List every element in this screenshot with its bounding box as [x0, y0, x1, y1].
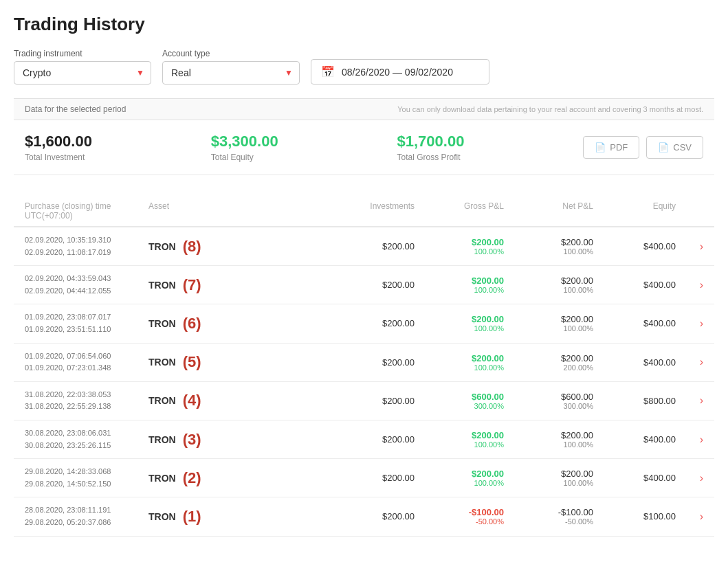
gross-pct: 100.00%: [415, 363, 504, 372]
col-header-net: Net P&L: [504, 201, 593, 221]
col-equity: $400.00: [593, 241, 676, 251]
expand-button[interactable]: ›: [676, 279, 703, 291]
col-invest: $200.00: [325, 280, 415, 290]
pdf-button-label: PDF: [610, 142, 628, 153]
col-asset-wrap: TRON (7): [148, 276, 325, 294]
table-row-inner: 30.08.2020, 23:08:06.03130.08.2020, 23:2…: [14, 420, 714, 458]
col-net: -$100.00 -50.00%: [504, 507, 593, 526]
pdf-export-button[interactable]: 📄 PDF: [583, 136, 639, 159]
col-trade-num: (6): [183, 315, 201, 333]
table-row-inner: 28.08.2020, 23:08:11.19129.08.2020, 05:2…: [14, 497, 714, 535]
col-gross: $200.00 100.00%: [415, 430, 504, 449]
col-header-expand: [676, 201, 703, 221]
col-asset: TRON: [148, 511, 176, 522]
col-gross: $600.00 300.00%: [415, 392, 504, 410]
data-period-label: Data for the selected period: [25, 104, 126, 114]
col-invest: $200.00: [325, 357, 415, 368]
expand-button[interactable]: ›: [676, 394, 703, 407]
total-equity-label: Total Equity: [211, 153, 397, 162]
gross-pct: 100.00%: [415, 286, 504, 294]
gross-amount: $200.00: [415, 430, 504, 440]
net-pct: 100.00%: [504, 440, 593, 449]
col-equity: $100.00: [593, 511, 676, 521]
table-row: 30.08.2020, 23:08:06.03130.08.2020, 23:2…: [14, 420, 714, 459]
pdf-icon: 📄: [595, 142, 606, 153]
expand-button[interactable]: ›: [676, 356, 703, 368]
spacer: [14, 175, 714, 189]
col-asset: TRON: [148, 357, 176, 368]
col-trade-num: (3): [183, 431, 201, 449]
net-amount: -$100.00: [504, 507, 593, 517]
col-net: $200.00 100.00%: [504, 276, 593, 294]
total-investment-label: Total Investment: [25, 153, 211, 162]
col-trade-num: (8): [183, 238, 201, 256]
table-row: 01.09.2020, 07:06:54.06001.09.2020, 07:2…: [14, 344, 714, 382]
csv-button-label: CSV: [673, 142, 692, 153]
total-equity-value: $3,300.00: [211, 133, 397, 150]
expand-button[interactable]: ›: [676, 434, 703, 446]
table-row: 02.09.2020, 10:35:19.31002.09.2020, 11:0…: [14, 227, 714, 266]
col-asset-wrap: TRON (6): [148, 315, 325, 333]
col-net: $200.00 100.00%: [504, 430, 593, 449]
gross-pct: 100.00%: [415, 440, 504, 449]
col-time: 01.09.2020, 07:06:54.06001.09.2020, 07:2…: [25, 350, 148, 374]
account-type-select-wrapper: Real Demo ▼: [162, 61, 300, 85]
col-asset-wrap: TRON (8): [148, 238, 325, 256]
data-period-note: You can only download data pertaining to…: [397, 105, 703, 113]
expand-button[interactable]: ›: [676, 317, 703, 330]
gross-pct: 100.00%: [415, 247, 504, 256]
col-time: 02.09.2020, 10:35:19.31002.09.2020, 11:0…: [25, 234, 148, 258]
account-type-group: Account type Real Demo ▼: [162, 49, 300, 85]
gross-pct: -50.00%: [415, 517, 504, 526]
account-type-select[interactable]: Real Demo: [162, 61, 300, 85]
col-invest: $200.00: [325, 511, 415, 521]
table-row: 29.08.2020, 14:28:33.06829.08.2020, 14:5…: [14, 459, 714, 497]
date-range-picker[interactable]: 📅 08/26/2020 — 09/02/2020: [311, 59, 489, 85]
col-net: $200.00 100.00%: [504, 237, 593, 256]
trading-instrument-select[interactable]: Crypto Forex Stocks Commodities: [14, 61, 151, 85]
net-amount: $200.00: [504, 353, 593, 363]
expand-button[interactable]: ›: [676, 240, 703, 253]
trading-instrument-group: Trading instrument Crypto Forex Stocks C…: [14, 49, 151, 85]
col-asset-wrap: TRON (1): [148, 508, 325, 526]
filters-row: Trading instrument Crypto Forex Stocks C…: [14, 49, 714, 85]
col-invest: $200.00: [325, 396, 415, 406]
col-gross: $200.00 100.00%: [415, 353, 504, 372]
net-pct: 100.00%: [504, 286, 593, 294]
col-trade-num: (5): [183, 353, 201, 371]
col-header-time: Purchase (closing) timeUTC(+07:00): [25, 201, 148, 221]
gross-pct: 100.00%: [415, 479, 504, 487]
net-amount: $200.00: [504, 237, 593, 247]
col-gross: $200.00 100.00%: [415, 276, 504, 294]
net-pct: 300.00%: [504, 402, 593, 410]
col-equity: $400.00: [593, 357, 676, 368]
calendar-icon: 📅: [321, 65, 335, 78]
account-type-label: Account type: [162, 49, 300, 58]
table-row-inner: 29.08.2020, 14:28:33.06829.08.2020, 14:5…: [14, 459, 714, 497]
col-asset-wrap: TRON (3): [148, 431, 325, 449]
expand-button[interactable]: ›: [676, 472, 703, 484]
gross-amount: $200.00: [415, 276, 504, 286]
total-investment: $1,600.00 Total Investment: [25, 133, 211, 162]
csv-export-button[interactable]: 📄 CSV: [646, 136, 703, 159]
col-invest: $200.00: [325, 434, 415, 445]
table-row-inner: 02.09.2020, 10:35:19.31002.09.2020, 11:0…: [14, 227, 714, 265]
col-gross: $200.00 100.00%: [415, 314, 504, 333]
table-row-inner: 01.09.2020, 07:06:54.06001.09.2020, 07:2…: [14, 344, 714, 381]
col-net: $200.00 200.00%: [504, 353, 593, 372]
col-equity: $400.00: [593, 318, 676, 328]
col-trade-num: (1): [183, 508, 201, 526]
page-title: Trading History: [14, 14, 714, 35]
net-pct: 200.00%: [504, 363, 593, 372]
data-period-bar: Data for the selected period You can onl…: [14, 98, 714, 120]
table-row-inner: 01.09.2020, 23:08:07.01701.09.2020, 23:5…: [14, 304, 714, 342]
gross-amount: $200.00: [415, 469, 504, 479]
table-area: Purchase (closing) timeUTC(+07:00) Asset…: [14, 189, 714, 537]
net-amount: $200.00: [504, 314, 593, 324]
total-investment-value: $1,600.00: [25, 133, 211, 150]
col-asset: TRON: [148, 434, 176, 445]
col-equity: $400.00: [593, 434, 676, 445]
col-time: 30.08.2020, 23:08:06.03130.08.2020, 23:2…: [25, 427, 148, 451]
expand-button[interactable]: ›: [676, 510, 703, 523]
col-asset: TRON: [148, 280, 176, 291]
